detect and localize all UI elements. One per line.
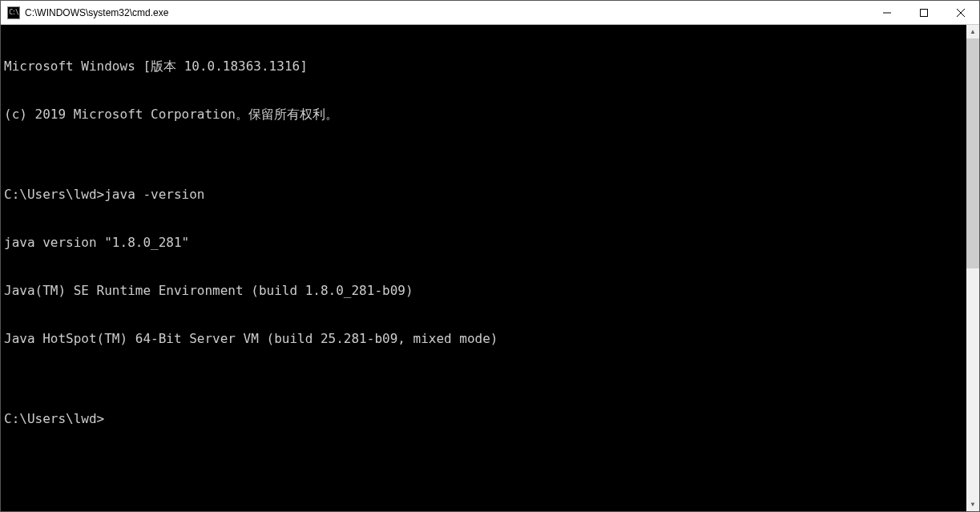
minimize-button[interactable] [869,1,905,24]
scroll-up-arrow-icon[interactable]: ▲ [966,25,979,38]
vertical-scrollbar[interactable]: ▲ ▼ [966,25,979,511]
maximize-button[interactable] [905,1,942,24]
cmd-icon-label: C:\ [9,10,18,16]
window-controls [869,1,979,24]
terminal-line: (c) 2019 Microsoft Corporation。保留所有权利。 [4,107,966,123]
close-button[interactable] [942,1,979,24]
terminal-line: Java HotSpot(TM) 64-Bit Server VM (build… [4,331,966,347]
terminal-line: java version "1.8.0_281" [4,235,966,251]
scroll-down-arrow-icon[interactable]: ▼ [966,498,979,511]
cmd-icon: C:\ [7,6,20,19]
titlebar[interactable]: C:\ C:\WINDOWS\system32\cmd.exe [1,1,979,25]
terminal-line: C:\Users\lwd> [4,411,966,427]
scrollbar-thumb[interactable] [966,38,979,268]
window-title: C:\WINDOWS\system32\cmd.exe [25,7,869,18]
terminal-line: Java(TM) SE Runtime Environment (build 1… [4,283,966,299]
maximize-icon [920,9,928,17]
terminal-line: C:\Users\lwd>java -version [4,187,966,203]
cmd-window: C:\ C:\WINDOWS\system32\cmd.exe Microsof… [0,0,980,512]
terminal-line: Microsoft Windows [版本 10.0.18363.1316] [4,58,966,75]
terminal-container: Microsoft Windows [版本 10.0.18363.1316] (… [1,25,979,511]
svg-rect-1 [921,9,928,16]
terminal-output[interactable]: Microsoft Windows [版本 10.0.18363.1316] (… [1,25,966,511]
close-icon [957,9,965,17]
scrollbar-track[interactable] [966,38,979,498]
minimize-icon [883,9,891,17]
